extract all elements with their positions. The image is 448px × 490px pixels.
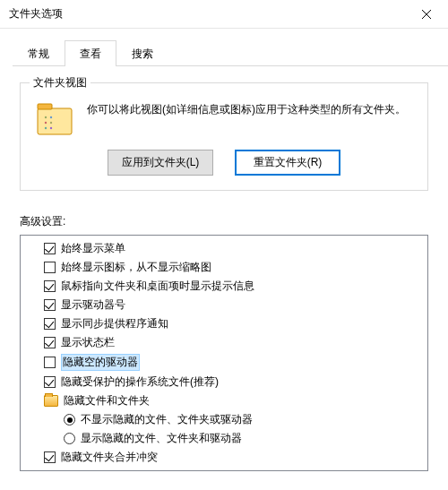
- checkbox-icon[interactable]: [44, 451, 56, 463]
- tab-search[interactable]: 搜索: [116, 40, 168, 66]
- list-item[interactable]: 隐藏文件夹合并冲突: [24, 448, 427, 467]
- list-item[interactable]: 隐藏空的驱动器: [24, 352, 427, 373]
- list-item[interactable]: 不显示隐藏的文件、文件夹或驱动器: [24, 410, 427, 429]
- list-item[interactable]: 隐藏受保护的操作系统文件(推荐): [24, 373, 427, 391]
- folder-view-group: 文件夹视图 你可以将此视图(如详细信息或图标)应用于这种类型的所有文件夹。 应用…: [20, 82, 428, 191]
- item-label: 隐藏文件和文件夹: [64, 393, 150, 408]
- tab-view[interactable]: 查看: [65, 40, 116, 66]
- advanced-label: 高级设置:: [20, 214, 428, 229]
- titlebar: 文件夹选项: [0, 0, 448, 29]
- radio-icon[interactable]: [64, 433, 75, 444]
- list-item[interactable]: 鼠标指向文件夹和桌面项时显示提示信息: [24, 277, 427, 296]
- list-item[interactable]: 显示驱动器号: [24, 296, 427, 314]
- window-title: 文件夹选项: [9, 6, 407, 21]
- item-label: 始终显示图标，从不显示缩略图: [61, 260, 211, 275]
- list-item[interactable]: 显示隐藏的文件、文件夹和驱动器: [24, 429, 427, 448]
- list-item[interactable]: 隐藏文件和文件夹: [24, 391, 427, 410]
- item-label: 隐藏受保护的操作系统文件(推荐): [61, 374, 219, 390]
- svg-rect-1: [38, 104, 52, 109]
- item-label: 隐藏空的驱动器: [61, 354, 140, 371]
- list-item[interactable]: 始终显示菜单: [24, 239, 427, 258]
- svg-rect-0: [38, 108, 72, 134]
- item-label: 显示驱动器号: [61, 297, 125, 313]
- folder-icon: [44, 395, 58, 407]
- checkbox-icon[interactable]: [44, 262, 56, 273]
- groupbox-title: 文件夹视图: [30, 75, 90, 90]
- item-label: 不显示隐藏的文件、文件夹或驱动器: [81, 412, 253, 427]
- list-item[interactable]: 始终显示图标，从不显示缩略图: [24, 258, 427, 277]
- radio-icon[interactable]: [64, 414, 75, 426]
- tab-general[interactable]: 常规: [13, 40, 65, 66]
- svg-point-3: [50, 116, 52, 118]
- item-label: 隐藏文件夹合并冲突: [61, 450, 158, 465]
- close-icon[interactable]: [407, 1, 446, 28]
- checkbox-icon[interactable]: [44, 318, 56, 330]
- item-label: 鼠标指向文件夹和桌面项时显示提示信息: [61, 279, 254, 294]
- checkbox-icon[interactable]: [44, 243, 56, 254]
- item-label: 始终显示菜单: [61, 241, 125, 256]
- item-label: 显示状态栏: [61, 335, 115, 350]
- advanced-settings-list[interactable]: 始终显示菜单始终显示图标，从不显示缩略图鼠标指向文件夹和桌面项时显示提示信息显示…: [20, 235, 428, 471]
- tab-content: 文件夹视图 你可以将此视图(如详细信息或图标)应用于这种类型的所有文件夹。 应用…: [0, 66, 448, 471]
- item-label: 显示隐藏的文件、文件夹和驱动器: [81, 431, 242, 446]
- svg-point-5: [50, 122, 52, 124]
- list-item[interactable]: 显示状态栏: [24, 333, 427, 352]
- checkbox-icon[interactable]: [44, 357, 56, 368]
- svg-point-6: [45, 127, 47, 129]
- svg-point-4: [45, 122, 47, 124]
- folder-view-desc: 你可以将此视图(如详细信息或图标)应用于这种类型的所有文件夹。: [87, 101, 413, 137]
- reset-folders-button[interactable]: 重置文件夹(R): [235, 150, 340, 176]
- checkbox-icon[interactable]: [44, 337, 56, 348]
- tabs: 常规 查看 搜索: [13, 39, 448, 66]
- folder-icon: [35, 101, 74, 137]
- item-label: 显示同步提供程序通知: [61, 316, 168, 331]
- svg-point-7: [50, 127, 52, 129]
- svg-point-2: [45, 116, 47, 118]
- folder-view-row: 你可以将此视图(如详细信息或图标)应用于这种类型的所有文件夹。: [35, 101, 413, 137]
- checkbox-icon[interactable]: [44, 376, 56, 388]
- list-item[interactable]: 显示同步提供程序通知: [24, 314, 427, 333]
- button-row: 应用到文件夹(L) 重置文件夹(R): [35, 150, 413, 176]
- checkbox-icon[interactable]: [44, 280, 56, 292]
- apply-to-folders-button[interactable]: 应用到文件夹(L): [108, 150, 213, 176]
- checkbox-icon[interactable]: [44, 299, 56, 311]
